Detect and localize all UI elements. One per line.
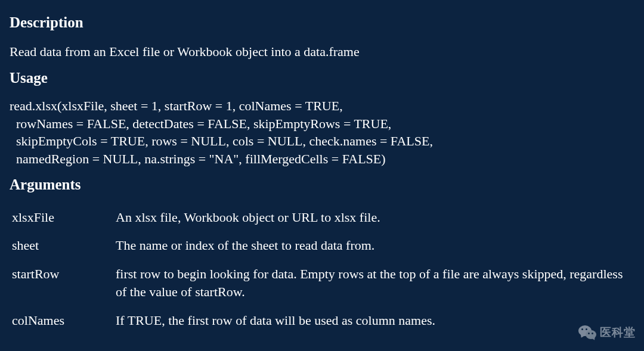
arg-desc: If TRUE, the first row of data will be u… (116, 307, 634, 336)
arg-desc: first row to begin looking for data. Emp… (116, 260, 634, 306)
usage-code: read.xlsx(xlsxFile, sheet = 1, startRow … (10, 97, 634, 168)
table-row: colNames If TRUE, the first row of data … (10, 307, 634, 336)
arg-name: colNames (10, 307, 116, 336)
table-row: xlsxFile An xlsx file, Workbook object o… (10, 204, 634, 232)
table-row: sheet The name or index of the sheet to … (10, 232, 634, 260)
usage-heading: Usage (10, 70, 634, 86)
arguments-table: xlsxFile An xlsx file, Workbook object o… (10, 204, 634, 335)
arguments-heading: Arguments (10, 176, 634, 193)
arg-name: startRow (10, 260, 116, 306)
wechat-icon (578, 325, 596, 340)
arg-desc: The name or index of the sheet to read d… (116, 232, 634, 260)
description-text: Read data from an Excel file or Workbook… (10, 42, 634, 61)
watermark: 医科堂 (578, 325, 636, 340)
watermark-text: 医科堂 (600, 325, 636, 340)
description-heading: Description (10, 14, 634, 31)
table-row: startRow first row to begin looking for … (10, 260, 634, 306)
arg-desc: An xlsx file, Workbook object or URL to … (116, 204, 634, 232)
arg-name: sheet (10, 232, 116, 260)
arg-name: xlsxFile (10, 204, 116, 232)
